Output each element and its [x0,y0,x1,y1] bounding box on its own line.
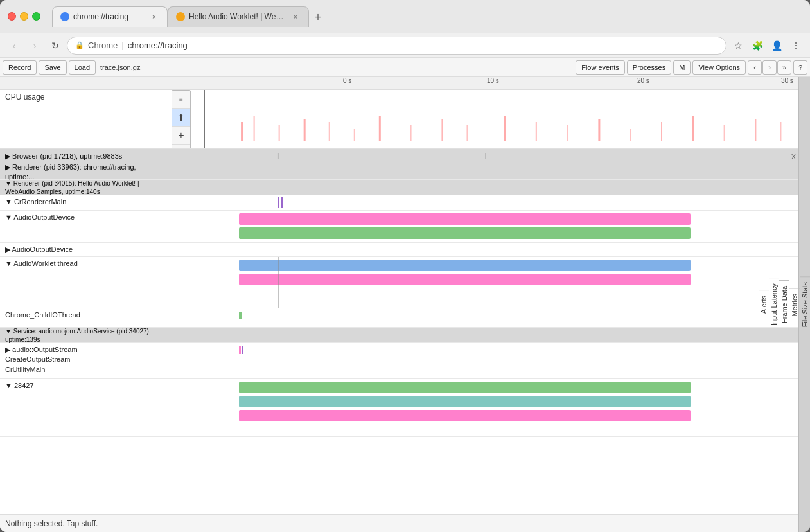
save-button[interactable]: Save [39,60,66,75]
svg-rect-10 [504,116,506,141]
status-bar: Nothing selected. Tap stuff. [0,514,798,532]
account-button[interactable]: 👤 [768,37,786,55]
status-text: Nothing selected. Tap stuff. [5,519,98,528]
load-button[interactable]: Load [69,60,96,75]
lock-icon: 🔒 [75,41,84,49]
audiooutputdevice-row: ▼ AudioOutputDevice [0,211,798,243]
cursor-tool-button[interactable]: ⬆ [172,109,190,127]
ruler-label-10s: 10 s [487,77,499,84]
svg-rect-17 [724,125,725,141]
back-button[interactable]: ‹ [5,37,23,55]
svg-rect-16 [692,116,694,141]
tab-favicon-tracing [60,12,69,21]
side-label-metrics[interactable]: Metrics [789,288,800,321]
crrendermain-marker2 [281,197,283,208]
bookmark-button[interactable]: ☆ [729,37,747,55]
nav-left-arrow[interactable]: ‹ [748,60,762,75]
28427-bar-teal [239,396,691,407]
traffic-lights [8,12,40,21]
toolbar-right: Flow events Processes M View Options ‹ ›… [576,60,807,75]
audiooutputdevice-data [172,211,798,242]
extensions-button[interactable]: 🧩 [748,37,766,55]
ruler-labels: 0 s 10 s 20 s 30 s [343,77,798,89]
side-label-alerts[interactable]: Alerts [759,290,769,319]
outputstream-data [172,343,798,378]
browser-window: chrome://tracing × Hello Audio Worklet! … [0,0,810,532]
svg-rect-14 [630,129,631,141]
record-button[interactable]: Record [3,60,37,75]
ruler-label-30s: 30 s [781,77,793,84]
crrendermain-data [172,195,798,210]
new-tab-button[interactable]: + [309,9,327,27]
browser-close[interactable]: X [791,153,796,161]
scroll-tool-icon: ≡ [172,91,190,109]
address-bar[interactable]: 🔒 Chrome | chrome://tracing [67,37,726,55]
tabs-area: chrome://tracing × Hello Audio Worklet! … [52,6,802,27]
service-row: ▼ Service: audio.mojom.AudioService (pid… [0,328,798,343]
side-panel: File Size Stats Metrics Frame Data Input… [798,77,810,532]
processes-button[interactable]: Processes [627,60,671,75]
tab-close-tracing[interactable]: × [149,12,159,22]
maximize-button[interactable] [32,12,40,21]
nav-right-arrow[interactable]: › [762,60,777,75]
nav-end-arrow[interactable]: » [777,60,791,75]
tab-close-webaudio[interactable]: × [290,12,301,22]
help-button[interactable]: ? [793,60,807,75]
svg-rect-18 [755,119,756,141]
address-url: chrome://tracing [128,40,188,50]
audiooutputdevice2-row: ▶ AudioOutputDevice [0,243,798,257]
tools-panel: ≡ ⬆ + ↕ ↔ [172,90,191,148]
audioworklet-bar-blue [239,260,691,271]
menu-button[interactable]: ⋮ [787,37,805,55]
m-button[interactable]: M [673,60,691,75]
svg-rect-13 [598,119,600,141]
svg-rect-1 [254,116,255,141]
svg-rect-3 [304,119,306,141]
28427-label: ▼ 28427 [0,379,172,436]
tab-tracing[interactable]: chrome://tracing × [52,6,168,27]
outputstream-label: ▶ audio::OutputStream CreateOutputStream… [0,343,172,378]
zoom-out-tool-button[interactable]: ↕ [172,145,190,148]
filename-label: trace.json.gz [98,64,143,71]
svg-rect-21 [278,153,279,159]
svg-rect-9 [466,125,468,141]
tab-webaudio[interactable]: Hello Audio Worklet! | WebAud... × [168,6,309,27]
reload-button[interactable]: ↻ [46,37,64,55]
svg-rect-4 [329,122,330,141]
side-label-inputlatency[interactable]: Input Latency [769,278,779,331]
svg-rect-2 [279,125,280,141]
svg-rect-0 [241,122,243,141]
audiooutput-bar-green [239,227,691,239]
outputstream-marker1 [239,346,241,354]
tab-label-webaudio: Hello Audio Worklet! | WebAud... [189,12,286,21]
side-label-framedata[interactable]: Frame Data [779,280,789,328]
ruler-label-0s: 0 s [343,77,351,84]
audiooutputdevice2-label: ▶ AudioOutputDevice [0,243,172,256]
browser-data: X [172,148,798,165]
svg-rect-8 [441,119,443,141]
zoom-in-tool-button[interactable]: + [172,127,190,145]
browser-markers [172,148,798,163]
forward-button[interactable]: › [26,37,44,55]
scroll-content[interactable]: CPU usage ≡ ⬆ + ↕ ↔ [0,90,798,514]
cpu-chart: ≡ ⬆ + ↕ ↔ [172,90,798,148]
svg-rect-6 [379,116,381,141]
svg-rect-5 [354,129,355,141]
navbar: ‹ › ↻ 🔒 Chrome | chrome://tracing ☆ 🧩 👤 … [0,33,810,58]
audioworklet-bar-pink [239,274,691,285]
tab-label-tracing: chrome://tracing [73,12,145,21]
renderer34015-row: ▼ Renderer (pid 34015): Hello Audio Work… [0,180,798,195]
svg-rect-22 [485,153,486,159]
svg-rect-11 [536,122,537,141]
audiooutputdevice2-data [172,243,798,256]
audiooutputdevice-label: ▼ AudioOutputDevice [0,211,172,242]
flow-events-button[interactable]: Flow events [576,60,625,75]
view-options-button[interactable]: View Options [692,60,746,75]
nav-right: ☆ 🧩 👤 ⋮ [729,37,805,55]
side-label-filesize[interactable]: File Size Stats [800,276,810,332]
minimize-button[interactable] [20,12,28,21]
audioworklet-row: ▼ AudioWorklet thread [0,257,798,308]
childiothread-data [172,308,798,327]
close-button[interactable] [8,12,16,21]
28427-bar-green [239,382,691,393]
